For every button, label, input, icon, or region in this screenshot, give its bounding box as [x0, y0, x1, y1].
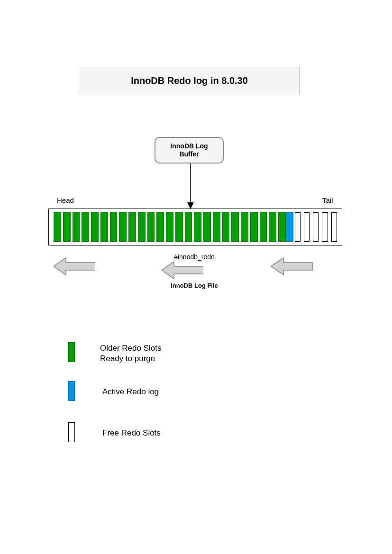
legend-free-text: Free Redo Slots [102, 428, 161, 438]
svg-marker-4 [271, 258, 313, 275]
head-label: Head [57, 196, 74, 204]
redo-slot-older [213, 212, 220, 242]
arrow-left-icon [54, 257, 95, 276]
redo-slot-older [241, 212, 248, 242]
arrow-left-icon [271, 257, 313, 276]
redo-slot-older [166, 212, 173, 242]
redo-slot-older [119, 212, 127, 242]
redo-slot-older [63, 212, 71, 242]
redo-slot-older [138, 212, 146, 242]
legend-swatch-blue [68, 381, 75, 401]
svg-marker-1 [187, 202, 194, 209]
redo-slot-older [250, 212, 258, 242]
redo-slot-older [278, 212, 286, 242]
redo-slot-free [295, 212, 301, 242]
diagram-canvas: InnoDB Redo log in 8.0.30 InnoDB Log Buf… [0, 0, 392, 554]
redo-slot-older [91, 212, 99, 242]
redo-slot-older [203, 212, 211, 242]
legend-blue-text: Active Redo log [102, 387, 159, 397]
redo-slot-older [185, 212, 192, 242]
legend-green-text: Older Redo Slots Ready to purge [100, 343, 161, 364]
diagram-title-box: InnoDB Redo log in 8.0.30 [79, 67, 300, 94]
redo-slot-older [110, 212, 118, 242]
innodb-log-file-label: InnoDB Log File [166, 282, 223, 289]
redo-slot-older [100, 212, 108, 242]
legend-swatch-free [68, 422, 75, 442]
innodb-log-file-box [48, 209, 342, 245]
arrow-down-icon [187, 163, 194, 209]
redo-dir-label: #innodb_redo [166, 253, 223, 261]
redo-slot-free [304, 212, 310, 242]
arrow-left-icon [162, 261, 203, 280]
redo-slot-older [269, 212, 276, 242]
redo-slot-older [82, 212, 89, 242]
redo-slot-free [331, 212, 337, 242]
legend-swatch-green [68, 342, 75, 362]
svg-marker-3 [162, 262, 203, 279]
redo-slot-older [222, 212, 230, 242]
redo-slot-older [147, 212, 155, 242]
tail-label: Tail [322, 196, 333, 204]
innodb-log-buffer-box: InnoDB Log Buffer [155, 137, 224, 163]
svg-marker-2 [54, 258, 95, 275]
redo-slot-older [156, 212, 164, 242]
redo-slot-active [286, 212, 293, 242]
redo-slot-older [231, 212, 239, 242]
redo-slot-older [54, 212, 61, 242]
redo-slot-older [73, 212, 80, 242]
diagram-title: InnoDB Redo log in 8.0.30 [131, 75, 248, 86]
redo-slot-older [194, 212, 201, 242]
redo-slot-free [322, 212, 328, 242]
redo-slot-free [313, 212, 319, 242]
redo-slot-older [260, 212, 267, 242]
redo-slot-older [175, 212, 183, 242]
innodb-log-buffer-label: InnoDB Log Buffer [160, 142, 218, 159]
redo-slot-older [128, 212, 136, 242]
